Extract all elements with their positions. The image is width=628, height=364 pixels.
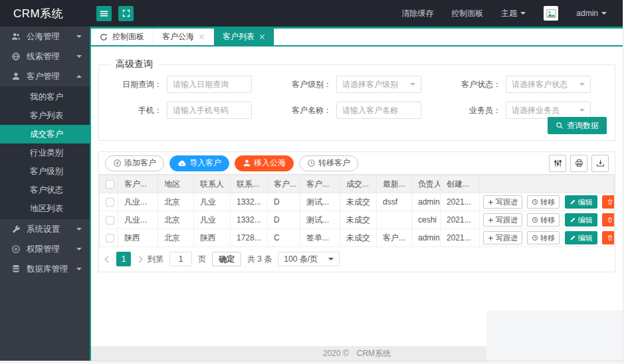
write-followup-button[interactable]: 写跟进 — [483, 213, 522, 227]
current-page-button[interactable]: 1 — [116, 252, 131, 266]
page-size-select[interactable]: 100 条/页 — [278, 252, 340, 266]
prev-page-icon[interactable] — [105, 256, 112, 262]
field-label: 日期查询： — [107, 79, 167, 90]
transfer-button[interactable]: 转移 — [527, 231, 560, 244]
close-icon[interactable] — [259, 34, 265, 40]
chevron-down-icon — [579, 109, 585, 114]
date-query-input[interactable] — [167, 76, 252, 93]
avatar[interactable] — [544, 6, 558, 21]
table-header-row: 客户... 地区 联系人 联系... 客户... 客户... 成交... 最新.… — [100, 175, 615, 193]
sidebar-item-customers[interactable]: 客户管理 — [0, 66, 90, 86]
row-checkbox[interactable] — [106, 216, 114, 225]
filter-columns-button[interactable] — [549, 155, 566, 172]
import-customer-button[interactable]: 导入客户 — [169, 155, 229, 171]
goto-page-input[interactable] — [169, 252, 192, 266]
tab-customer-list[interactable]: 客户列表 — [214, 29, 274, 45]
edit-button[interactable]: 编辑 — [565, 231, 597, 244]
edit-button[interactable]: 编辑 — [565, 195, 597, 209]
delete-button[interactable]: 删除 — [602, 195, 614, 209]
sidebar-item-label: 权限管理 — [27, 244, 60, 255]
chevron-down-icon — [601, 12, 607, 17]
edit-icon — [570, 234, 576, 241]
collapse-sidebar-button[interactable] — [96, 6, 112, 21]
close-icon[interactable] — [199, 34, 205, 40]
next-page-icon[interactable] — [136, 256, 143, 262]
print-button[interactable] — [570, 155, 587, 172]
customer-level-select[interactable]: 请选择客户级别 — [336, 76, 421, 93]
row-checkbox[interactable] — [106, 234, 114, 242]
footer-app-name: CRM系统 — [357, 348, 391, 359]
select-all-checkbox[interactable] — [106, 180, 114, 189]
theme-dropdown[interactable]: 主题 — [501, 8, 526, 19]
field-phone: 手机： — [107, 102, 257, 119]
database-icon — [11, 264, 21, 274]
export-button[interactable] — [591, 155, 609, 172]
delete-button[interactable]: 删除 — [602, 231, 614, 244]
header-actions: 清除缓存 控制面板 主题 admin — [401, 6, 623, 21]
print-icon — [575, 159, 583, 167]
tab-control-panel[interactable]: 控制面板 — [91, 29, 154, 45]
circle-plus-icon — [11, 244, 21, 254]
sidebar-item-system-settings[interactable]: 系统设置 — [0, 219, 90, 239]
fullscreen-button[interactable] — [118, 6, 134, 21]
sidebar-item-label: 系统设置 — [27, 224, 60, 235]
sidebar-item-label: 客户管理 — [27, 71, 60, 82]
write-followup-button[interactable]: 写跟进 — [483, 231, 522, 244]
edit-button[interactable]: 编辑 — [565, 213, 597, 227]
tab-customer-public-sea[interactable]: 客户公海 — [154, 29, 214, 45]
clock-icon — [532, 199, 538, 205]
table-tools — [549, 155, 609, 172]
plus-circle-icon — [113, 159, 122, 167]
sidebar-nav: 公海管理 线索管理 客户管理 我的客户 客户列表 成交客户 行业类别 客户级别 … — [0, 27, 90, 361]
sidebar-item-label: 数据库管理 — [27, 264, 68, 275]
sidebar-subitem-customer-list[interactable]: 客户列表 — [0, 106, 90, 125]
customer-name-input[interactable] — [336, 102, 421, 119]
expand-icon — [122, 9, 130, 17]
clock-icon — [532, 217, 538, 223]
goto-prefix-label: 到第 — [148, 254, 163, 265]
customer-status-select[interactable]: 请选择客户状态 — [506, 76, 591, 93]
write-followup-button[interactable]: 写跟进 — [483, 195, 522, 209]
delete-button[interactable]: 删除 — [602, 213, 614, 227]
user-dropdown[interactable]: admin — [576, 9, 607, 18]
query-data-button[interactable]: 查询数据 — [548, 117, 607, 134]
transfer-button[interactable]: 转移 — [527, 213, 560, 227]
sidebar-item-permissions[interactable]: 权限管理 — [0, 239, 90, 259]
row-checkbox[interactable] — [106, 198, 114, 207]
sidebar-item-label: 线索管理 — [27, 51, 60, 62]
sidebar-subitem-customer-level[interactable]: 客户级别 — [0, 162, 90, 181]
sidebar-subitem-industry-category[interactable]: 行业类别 — [0, 143, 90, 162]
total-count-label: 共 3 条 — [247, 254, 272, 265]
delete-icon — [607, 217, 613, 223]
transfer-customer-button[interactable]: 转移客户 — [299, 155, 358, 171]
plus-icon — [488, 217, 494, 223]
add-customer-button[interactable]: 添加客户 — [105, 155, 164, 171]
column-header: 创建... — [441, 175, 480, 193]
phone-input[interactable] — [167, 102, 252, 119]
clock-icon — [307, 159, 316, 167]
sidebar-subitem-closed-customers[interactable]: 成交客户 — [0, 125, 90, 143]
sidebar-item-leads[interactable]: 线索管理 — [0, 46, 90, 66]
goto-confirm-button[interactable]: 确定 — [212, 252, 241, 266]
pagination-bar: 1 到第 页 确定 共 3 条 100 条/页 — [99, 247, 615, 272]
window-edge-bottom — [0, 361, 623, 364]
sidebar-item-database[interactable]: 数据库管理 — [0, 259, 90, 279]
edit-icon — [570, 199, 576, 205]
tab-label: 客户公海 — [162, 31, 194, 43]
sidebar-subitem-my-customers[interactable]: 我的客户 — [0, 88, 90, 106]
table-row: 陕西北京陕西1728...C签单...未成交客户...admin2021... … — [100, 229, 615, 247]
sidebar-accent-divider — [90, 27, 91, 361]
sidebar-item-public-sea[interactable]: 公海管理 — [0, 27, 90, 46]
clock-icon — [532, 234, 538, 241]
customer-table: 客户... 地区 联系人 联系... 客户... 客户... 成交... 最新.… — [99, 175, 615, 247]
sidebar-subitem-customer-status[interactable]: 客户状态 — [0, 181, 90, 199]
sidebar-subitem-region-list[interactable]: 地区列表 — [0, 199, 90, 218]
clear-cache-link[interactable]: 清除缓存 — [401, 8, 433, 19]
transfer-button[interactable]: 转移 — [527, 195, 560, 209]
control-panel-link[interactable]: 控制面板 — [451, 8, 483, 19]
crm-app-window: CRM系统 清除缓存 控制面板 主题 admin — [0, 0, 628, 364]
chevron-down-icon — [76, 268, 82, 273]
chevron-down-icon — [520, 12, 526, 17]
footer-copyright: 2020 © — [323, 349, 349, 358]
move-to-public-sea-button[interactable]: 移入公海 — [235, 155, 294, 171]
